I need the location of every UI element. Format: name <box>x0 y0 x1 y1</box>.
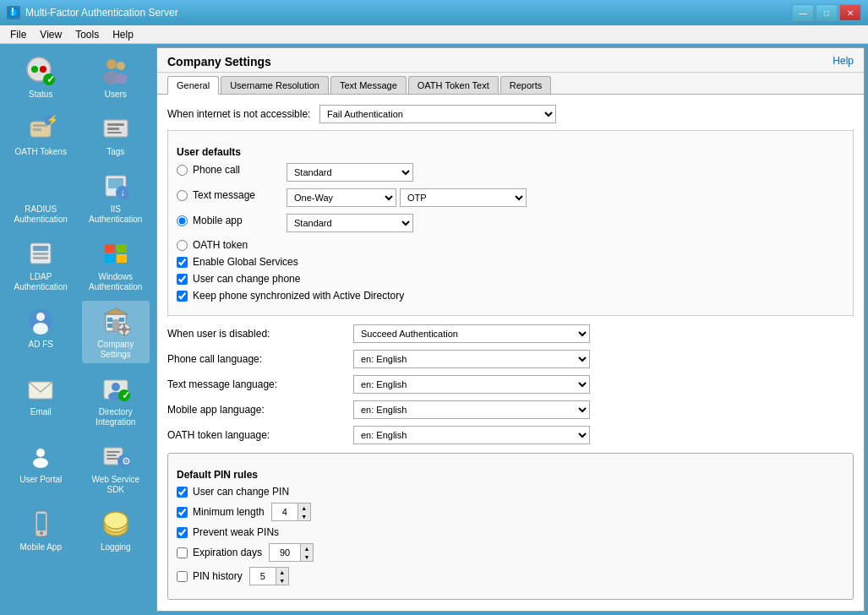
maximize-button[interactable]: □ <box>816 4 838 21</box>
main-container: ✓ Status Users <box>0 44 868 615</box>
enable-global-label: Enable Global Services <box>193 256 298 268</box>
text-message-radio[interactable] <box>177 190 188 201</box>
sidebar: ✓ Status Users <box>0 44 156 615</box>
min-length-increment[interactable]: ▲ <box>298 503 310 512</box>
svg-text:↓: ↓ <box>120 187 125 199</box>
text-message-type-select[interactable]: One-Way Two-Way <box>287 188 396 207</box>
sidebar-item-radius-label: RADIUS Authentication <box>8 204 73 225</box>
internet-label: When internet is not accessible: <box>167 108 319 120</box>
svg-rect-64 <box>106 454 117 456</box>
phone-call-radio-group: Phone call <box>177 164 287 176</box>
phone-call-row: Phone call Standard Custom <box>177 163 844 182</box>
sidebar-item-tags-label: Tags <box>106 147 124 157</box>
mobile-app-radio[interactable] <box>177 215 188 226</box>
sidebar-item-radius[interactable]: RADIUS Authentication <box>7 166 74 228</box>
enable-global-checkbox[interactable] <box>177 257 188 268</box>
sidebar-item-company[interactable]: Company Settings <box>82 301 150 363</box>
sidebar-item-directory[interactable]: ✓ Directory Integration <box>82 368 150 431</box>
sidebar-item-webservice-label: Web Service SDK <box>84 475 148 495</box>
phone-lang-select[interactable]: en: English fr: French <box>353 350 590 368</box>
tab-general[interactable]: General <box>167 76 219 95</box>
oath-lang-label: OATH token language: <box>167 429 353 441</box>
expiration-increment[interactable]: ▲ <box>301 544 313 552</box>
content-header: Company Settings Help <box>157 48 864 73</box>
tab-text-message[interactable]: Text Message <box>330 76 407 94</box>
text-message-row: Text message One-Way Two-Way OTP PIN <box>177 188 844 207</box>
min-length-label: Minimum length <box>193 506 265 518</box>
svg-rect-51 <box>118 329 122 330</box>
svg-text:⚡: ⚡ <box>46 113 56 126</box>
help-link[interactable]: Help <box>833 55 854 67</box>
minimize-button[interactable]: — <box>792 4 814 21</box>
phone-call-radio[interactable] <box>177 165 188 176</box>
min-length-decrement[interactable]: ▼ <box>298 512 310 520</box>
svg-rect-49 <box>123 324 125 327</box>
sidebar-item-mobileapp[interactable]: Mobile App <box>7 503 74 556</box>
expiration-decrement[interactable]: ▼ <box>301 552 313 561</box>
text-lang-select[interactable]: en: English fr: French <box>353 375 590 394</box>
sidebar-item-iis-label: IIS Authentication <box>84 204 148 225</box>
svg-rect-63 <box>106 451 120 453</box>
menu-help[interactable]: Help <box>106 27 140 42</box>
prevent-weak-checkbox[interactable] <box>177 527 188 538</box>
oath-tokens-icon: ⚡ <box>24 112 57 145</box>
text-message-label: Text message <box>193 189 255 201</box>
mobile-lang-label: Mobile app language: <box>167 404 353 416</box>
svg-rect-36 <box>117 254 127 263</box>
pin-history-increment[interactable]: ▲ <box>276 568 288 576</box>
sidebar-item-email[interactable]: Email <box>7 368 74 431</box>
pin-history-decrement[interactable]: ▼ <box>276 576 288 585</box>
pin-history-checkbox[interactable] <box>177 571 188 582</box>
min-length-input[interactable] <box>272 503 298 520</box>
user-change-phone-checkbox[interactable] <box>177 274 188 285</box>
tab-reports[interactable]: Reports <box>500 76 552 94</box>
tab-oath-token-text[interactable]: OATH Token Text <box>408 76 499 94</box>
menu-tools[interactable]: Tools <box>68 27 106 42</box>
sidebar-item-ldap[interactable]: LDAP Authentication <box>7 233 74 296</box>
svg-rect-18 <box>107 128 119 130</box>
sidebar-item-adfs-label: AD FS <box>29 340 53 350</box>
directory-icon: ✓ <box>99 372 133 405</box>
sidebar-row-4: LDAP Authentication Windows Authenticati… <box>3 233 153 296</box>
svg-rect-50 <box>123 332 125 335</box>
when-disabled-select[interactable]: Succeed Authentication Fail Authenticati… <box>353 324 590 343</box>
mobile-lang-select[interactable]: en: English fr: French <box>353 400 590 419</box>
oath-token-row: OATH token <box>177 239 844 251</box>
expiration-label: Expiration days <box>193 547 262 558</box>
mobile-app-select[interactable]: Standard Custom <box>287 214 413 232</box>
expiration-row: Expiration days ▲ ▼ <box>177 543 844 562</box>
title-bar: ! Multi-Factor Authentication Server — □… <box>0 0 868 25</box>
userportal-icon <box>24 439 57 473</box>
sidebar-item-windows[interactable]: Windows Authentication <box>82 233 150 296</box>
sidebar-item-tags[interactable]: Tags <box>82 108 150 161</box>
keep-phone-synced-checkbox[interactable] <box>177 291 188 302</box>
expiration-input[interactable] <box>270 544 300 561</box>
tab-username-resolution[interactable]: Username Resolution <box>221 76 329 94</box>
close-button[interactable]: ✕ <box>839 4 861 21</box>
sidebar-item-webservice[interactable]: ⚙ Web Service SDK <box>82 436 150 498</box>
text-message-otp-select[interactable]: OTP PIN <box>400 188 527 207</box>
user-change-pin-label: User can change PIN <box>193 486 289 498</box>
sidebar-item-iis[interactable]: ↓ IIS Authentication <box>82 166 150 228</box>
sidebar-item-adfs[interactable]: AD FS <box>7 301 74 363</box>
oath-token-radio[interactable] <box>177 240 188 251</box>
user-change-pin-checkbox[interactable] <box>177 487 188 498</box>
menu-view[interactable]: View <box>33 27 68 42</box>
sidebar-item-status[interactable]: ✓ Status <box>7 51 74 103</box>
phone-call-select[interactable]: Standard Custom <box>287 163 413 182</box>
status-icon: ✓ <box>24 54 57 88</box>
expiration-checkbox[interactable] <box>177 547 188 558</box>
sidebar-item-users[interactable]: Users <box>82 51 150 103</box>
prevent-weak-label: Prevent weak PINs <box>193 526 279 538</box>
oath-lang-select[interactable]: en: English fr: French <box>353 426 590 444</box>
sidebar-item-userportal[interactable]: User Portal <box>7 436 74 498</box>
menu-file[interactable]: File <box>3 27 33 42</box>
radius-icon <box>24 169 57 203</box>
internet-select[interactable]: Fail Authentication Succeed Authenticati… <box>319 105 556 123</box>
sidebar-item-oath-tokens[interactable]: ⚡ OATH Tokens <box>7 108 74 161</box>
svg-rect-31 <box>33 253 48 255</box>
min-length-checkbox[interactable] <box>177 507 188 518</box>
sidebar-row-1: ✓ Status Users <box>3 51 153 103</box>
pin-history-input[interactable] <box>250 568 276 585</box>
sidebar-item-logging[interactable]: Logging <box>82 503 150 556</box>
